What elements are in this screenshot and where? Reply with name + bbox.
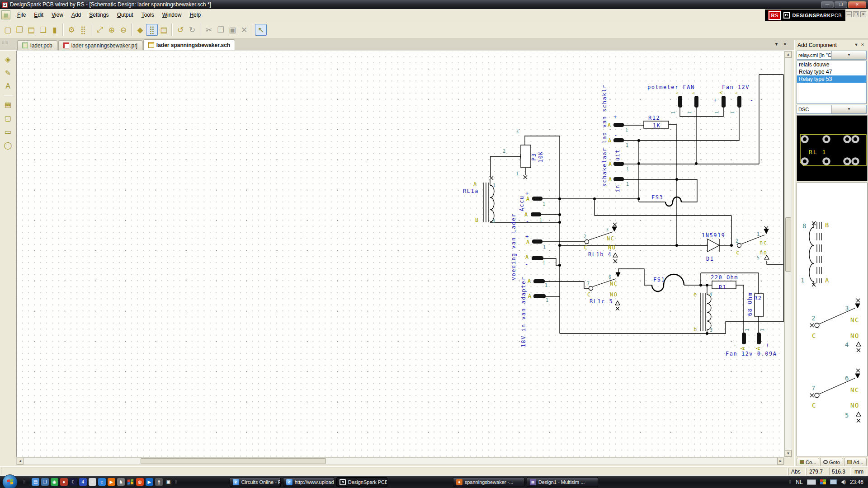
designspark-ql-icon[interactable]: ▣ [165, 478, 172, 486]
restore-button[interactable]: ❐ [835, 1, 847, 8]
shape-doc-tool-button[interactable]: ▤ [2, 99, 14, 110]
keyboard-icon[interactable] [807, 479, 816, 485]
menu-file[interactable]: File [13, 10, 30, 20]
pad [613, 177, 624, 181]
tab-lader-spanningsbewaker-sch[interactable]: lader spanningsbewaker.sch [143, 39, 235, 50]
list-item[interactable]: relais douwe [797, 61, 866, 68]
green-app-icon[interactable]: ◉ [51, 478, 58, 486]
minimize-button[interactable]: — [821, 1, 834, 8]
tab-list-button[interactable]: ▼ [773, 41, 780, 48]
windows-explorer-icon[interactable]: ❐ [41, 478, 49, 486]
close-design-button[interactable]: ❏ [37, 24, 49, 36]
grid-toggle-button[interactable]: ⣿ [146, 24, 158, 36]
undo-button[interactable]: ↺ [175, 24, 186, 36]
blue-doc-4-icon[interactable]: 4 [79, 478, 87, 486]
menu-output[interactable]: Output [113, 10, 137, 20]
menu-edit[interactable]: Edit [30, 10, 47, 20]
media-play-icon[interactable]: ▶ [146, 478, 153, 486]
mdi-close-button[interactable]: ✕ [860, 11, 866, 17]
list-item[interactable]: Relay type 47 [797, 68, 866, 75]
new-file-button[interactable]: ▢ [2, 24, 14, 36]
tab-close-button[interactable]: ✕ [782, 41, 788, 48]
menu-view[interactable]: View [47, 10, 67, 20]
zoom-out-button[interactable]: ⊖ [118, 24, 129, 36]
panel-menu-button[interactable]: ▼ [853, 42, 859, 48]
add-tab[interactable]: Ad... [844, 458, 867, 466]
rs-logo: RS [769, 11, 781, 20]
redo-button[interactable]: ↻ [186, 24, 198, 36]
menu-tools[interactable]: Tools [137, 10, 158, 20]
orange-media-icon[interactable]: ▶ [108, 478, 115, 486]
save-file-button[interactable]: ▤ [25, 24, 37, 36]
components-tab[interactable]: Co... [797, 458, 819, 466]
component-tool-button[interactable]: ◈ [2, 53, 14, 65]
menu-settings[interactable]: Settings [85, 10, 113, 20]
show-desktop-icon[interactable]: ▤ [32, 478, 39, 486]
network-icon[interactable] [830, 479, 837, 484]
night-app-icon[interactable]: ☾ [70, 478, 77, 486]
internet-explorer-icon[interactable]: e [98, 478, 106, 486]
settings-gears-button[interactable]: ⚙ [66, 24, 77, 36]
mdi-minimize-button[interactable]: — [846, 11, 852, 17]
task-button-designspark[interactable]: DesignSpark PCB wi... [336, 477, 387, 487]
menu-help[interactable]: Help [185, 10, 205, 20]
library-combobox[interactable]: relay.cml [in "C:\...\Libra ▼ [797, 51, 867, 60]
component-list[interactable]: relais douwe Relay type 47 Relay type 53 [797, 61, 867, 104]
design-technology-button[interactable]: ⣿ [77, 24, 89, 36]
filter-combobox[interactable]: DSC ▼ [797, 105, 867, 114]
toolbar-separator [171, 23, 173, 36]
task-button-multisim[interactable]: ▦ Design1 - Multisim ... [527, 477, 598, 487]
tab-lader-spanningsbewaker-prj[interactable]: lader spanningsbewaker.prj [58, 40, 142, 50]
pan-view-button[interactable]: ⤢ [94, 24, 106, 36]
scroll-down-arrow[interactable]: ▼ [785, 450, 792, 457]
combo-dropdown-icon[interactable]: ▼ [831, 105, 866, 113]
copy-button[interactable]: ❐ [215, 24, 226, 36]
nc-arrow [855, 374, 860, 378]
canvas-vertical-scrollbar[interactable]: ▲ ▼ [784, 51, 792, 457]
shape-open-tool-button[interactable]: ▢ [2, 112, 14, 124]
paste-button[interactable]: ▣ [226, 24, 238, 36]
wire [809, 227, 814, 282]
tray-windows-icon[interactable] [820, 479, 826, 484]
circle-tool-button[interactable]: ◯ [2, 139, 14, 151]
list-item-selected[interactable]: Relay type 53 [797, 75, 866, 83]
combo-dropdown-icon[interactable]: ▼ [831, 51, 866, 59]
speaker-icon[interactable]: ) [841, 479, 846, 484]
open-file-button[interactable]: ❐ [14, 24, 25, 36]
close-button[interactable]: ✕ [848, 1, 866, 8]
start-button[interactable] [2, 474, 18, 488]
text-tool-button[interactable]: A [2, 80, 14, 92]
windows-flag-icon[interactable] [127, 478, 134, 486]
pcb-tool-icon[interactable]: ⣿ [155, 478, 163, 486]
mdi-restore-button[interactable]: ❐ [853, 11, 859, 17]
zoom-in-button[interactable]: ⊕ [106, 24, 118, 36]
library-book-button[interactable]: ▮ [49, 24, 61, 36]
wire-tool-button[interactable]: ✎ [2, 67, 14, 79]
goto-tab[interactable]: Goto [820, 458, 843, 466]
small-utility-icon[interactable]: ▫ [89, 478, 96, 486]
tab-lader-pcb[interactable]: lader.pcb [17, 40, 57, 50]
task-button-circuits-online[interactable]: e Circuits Online - For... [230, 477, 281, 487]
color-fill-button[interactable]: ◆ [134, 24, 146, 36]
schematic-label: A [524, 211, 528, 218]
scroll-up-arrow[interactable]: ▲ [785, 51, 792, 58]
horizontal-scroll-thumb[interactable] [141, 458, 326, 464]
menu-add[interactable]: Add [67, 10, 85, 20]
language-indicator[interactable]: NL [796, 479, 802, 485]
scroll-right-arrow[interactable]: ► [777, 458, 784, 465]
game-knight-icon[interactable]: ♞ [117, 478, 125, 486]
menu-window[interactable]: Window [158, 10, 186, 20]
orange-ball-icon[interactable]: ◍ [136, 478, 144, 486]
rectangle-tool-button[interactable]: ▭ [2, 126, 14, 137]
scroll-left-arrow[interactable]: ◄ [17, 458, 24, 465]
canvas-horizontal-scrollbar[interactable]: ◄ ► [16, 457, 784, 465]
select-arrow-button[interactable]: ↖ [255, 24, 267, 36]
browser-red-icon[interactable]: ● [60, 478, 68, 486]
properties-page-button[interactable]: ▤ [158, 24, 170, 36]
cut-button[interactable]: ✂ [203, 24, 215, 36]
delete-button[interactable]: ✕ [238, 24, 250, 36]
vertical-scroll-thumb[interactable] [785, 217, 791, 272]
panel-close-button[interactable]: ✕ [859, 42, 866, 48]
task-button-upload[interactable]: e http://www.upload... [283, 477, 334, 487]
task-button-spanningsbewaker[interactable]: ♦ spanningsbewaker -... [453, 477, 524, 487]
